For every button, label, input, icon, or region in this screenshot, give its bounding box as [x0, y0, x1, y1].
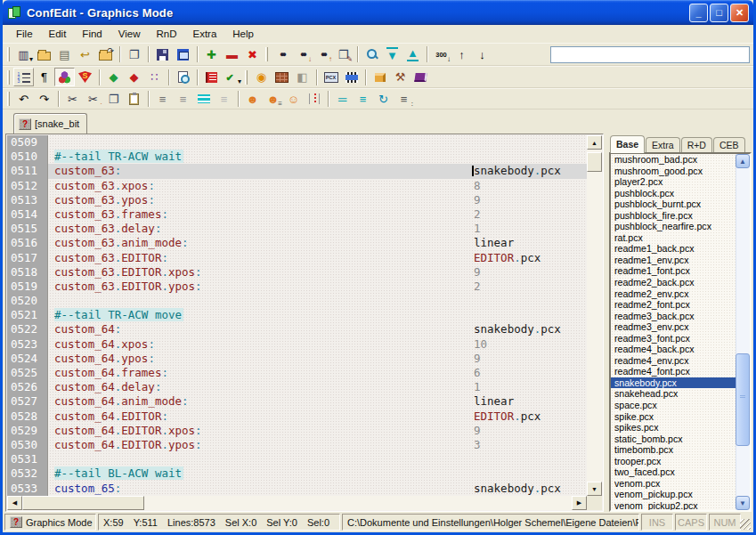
save-button[interactable]: [152, 45, 173, 64]
copy-button[interactable]: ❐: [103, 90, 124, 109]
find-button[interactable]: ●●: [272, 45, 292, 64]
side-tab-extra[interactable]: Extra: [646, 137, 680, 152]
file-item[interactable]: readme2_back.pcx: [611, 277, 736, 288]
file-cabinet-button[interactable]: ▤: [54, 45, 75, 64]
token-ring-button[interactable]: ☻: [242, 90, 263, 109]
package-button[interactable]: [370, 68, 390, 86]
copy-page-button[interactable]: ❐: [124, 45, 144, 64]
file-item[interactable]: rat.pcx: [611, 232, 736, 244]
file-item[interactable]: snakebody.pcx: [611, 377, 736, 389]
minimize-button[interactable]: _: [689, 4, 708, 22]
file-item[interactable]: readme4_font.pcx: [611, 366, 736, 377]
toolbar-grip[interactable]: [7, 70, 10, 85]
move-line-down-button[interactable]: ▼: [382, 45, 402, 64]
scroll-down-button[interactable]: ▼: [587, 482, 602, 496]
red-gem-button[interactable]: ◆: [124, 68, 144, 86]
ruler-button[interactable]: ═: [332, 90, 353, 109]
paste-button[interactable]: [124, 90, 144, 109]
editor-line-0519[interactable]: 05192custom_63.EDITOR.ypos:: [7, 280, 587, 294]
file-item[interactable]: static_bomb.pcx: [611, 434, 736, 445]
move-line-up-button[interactable]: ▲: [402, 45, 423, 64]
door-exit-button[interactable]: ◧: [292, 68, 313, 86]
zoom-find-button[interactable]: [362, 45, 382, 64]
remove-entry-button[interactable]: ▬: [222, 45, 242, 64]
list-scroll-up-button[interactable]: ▲: [736, 154, 750, 168]
add-entry-button[interactable]: ✚: [201, 45, 222, 64]
editor-line-0524[interactable]: 05249custom_64.ypos:: [7, 352, 587, 366]
toolbar-grip[interactable]: [7, 47, 10, 61]
close-file-button[interactable]: ↩: [75, 45, 95, 64]
scroll-right-button[interactable]: ▶: [572, 496, 587, 510]
document-tab-snake-bit[interactable]: ? [snake_bit: [13, 113, 87, 134]
editor-line-0516[interactable]: 0516linearcustom_63.anim_mode:: [7, 236, 587, 250]
file-list-scrollbar[interactable]: ▲ ▼: [736, 154, 750, 510]
editor-line-0527[interactable]: 0527linearcustom_64.anim_mode:: [7, 394, 587, 409]
editor-line-0509[interactable]: 0509: [7, 135, 587, 150]
format-lines-b-button[interactable]: ≡: [173, 90, 193, 109]
menu-item-rnd[interactable]: RnD: [148, 27, 184, 41]
view-columns-button[interactable]: ▥▾: [13, 45, 34, 64]
editor-line-0517[interactable]: 0517EDITOR.pcxcustom_63.EDITOR:: [7, 251, 587, 265]
file-item[interactable]: timebomb.pcx: [611, 444, 736, 456]
file-item[interactable]: readme2_env.pcx: [611, 288, 736, 300]
editor-line-0518[interactable]: 05189custom_63.EDITOR.xpos:: [7, 265, 587, 280]
color-mode-button[interactable]: [54, 68, 75, 86]
editor-line-0520[interactable]: 0520: [7, 294, 587, 308]
manual-book-button[interactable]: [411, 68, 431, 86]
hscroll-thumb[interactable]: [22, 496, 144, 510]
editor-line-0521[interactable]: 0521#--tail TR-ACW move: [7, 308, 587, 322]
spiral-button[interactable]: ◉: [251, 68, 272, 86]
editor-line-0532[interactable]: 0532#--tail BL-ACW wait: [7, 466, 587, 481]
checklist-button[interactable]: ✔▾: [222, 68, 242, 86]
file-item[interactable]: readme2_font.pcx: [611, 299, 736, 311]
menu-item-file[interactable]: File: [8, 27, 41, 41]
token-list-button[interactable]: ☻≡: [263, 90, 283, 109]
wrap-refresh-button[interactable]: ↻: [373, 90, 394, 109]
side-tab-r-d[interactable]: R+D: [681, 137, 712, 152]
menu-item-help[interactable]: Help: [224, 27, 262, 41]
superman-button[interactable]: S: [75, 68, 95, 86]
editor-line-0533[interactable]: 0533snakebody.pcxcustom_65:: [7, 482, 587, 496]
token-column-button[interactable]: [304, 90, 324, 109]
goto-line-button[interactable]: 300↓: [431, 45, 451, 64]
file-item[interactable]: readme1_font.pcx: [611, 265, 736, 277]
file-item[interactable]: readme3_env.pcx: [611, 321, 736, 333]
menu-item-extra[interactable]: Extra: [184, 27, 224, 41]
filmstrip-button[interactable]: [341, 68, 362, 86]
maximize-button[interactable]: □: [710, 4, 728, 22]
delete-entry-button[interactable]: ✖: [242, 45, 263, 64]
list-scroll-thumb[interactable]: [736, 353, 750, 446]
file-item[interactable]: snakehead.pcx: [611, 388, 736, 400]
file-item[interactable]: spikes.pcx: [611, 422, 736, 434]
editor-line-0513[interactable]: 05139custom_63.ypos:: [7, 193, 587, 207]
file-item[interactable]: readme4_env.pcx: [611, 355, 736, 367]
format-lines-a-button[interactable]: ≡: [152, 90, 173, 109]
save-as-button[interactable]: [173, 45, 193, 64]
cut-button[interactable]: ✂: [62, 90, 83, 109]
file-item[interactable]: pushblock.pcx: [611, 188, 736, 199]
file-item[interactable]: readme4_back.pcx: [611, 344, 736, 355]
editor-line-0530[interactable]: 05303custom_64.EDITOR.ypos:: [7, 438, 587, 452]
notes-button[interactable]: [201, 68, 222, 86]
cut-append-button[interactable]: ✂·: [83, 90, 103, 109]
file-item[interactable]: trooper.pcx: [611, 456, 736, 467]
file-item[interactable]: space.pcx: [611, 400, 736, 411]
find-prev-button[interactable]: ●●↑: [313, 45, 333, 64]
resize-grip[interactable]: [740, 519, 751, 530]
file-item[interactable]: pushblock_burnt.pcx: [611, 199, 736, 210]
toolbar-grip[interactable]: [245, 70, 248, 85]
numbered-list-button[interactable]: [13, 68, 34, 86]
file-item[interactable]: readme3_back.pcx: [611, 311, 736, 322]
editor-line-0528[interactable]: 0528EDITOR.pcxcustom_64.EDITOR:: [7, 409, 587, 424]
jump-down-button[interactable]: ↓: [472, 45, 492, 64]
pcx-view-button[interactable]: PCX: [321, 68, 341, 86]
replace-button[interactable]: ❐✎: [333, 45, 354, 64]
format-highlight-button[interactable]: [193, 90, 214, 109]
editor-line-0515[interactable]: 05151custom_63.delay:: [7, 222, 587, 236]
brick-wall-button[interactable]: [272, 68, 292, 86]
file-item[interactable]: pushblock_nearfire.pcx: [611, 221, 736, 232]
toolbar-grip[interactable]: [7, 92, 10, 106]
list-scroll-down-button[interactable]: ▼: [736, 496, 750, 510]
token-zoom-button[interactable]: ☺: [283, 90, 304, 109]
file-item[interactable]: readme1_env.pcx: [611, 255, 736, 266]
